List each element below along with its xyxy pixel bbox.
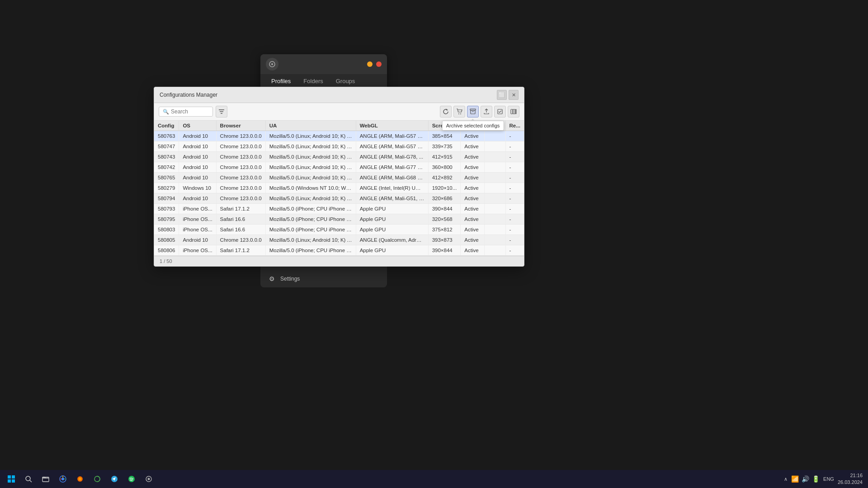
cell-re: - <box>505 245 524 256</box>
cell-config: 580794 <box>154 193 179 204</box>
table-row[interactable]: 580795iPhone OS...Safari 16.6Mozilla/5.0… <box>154 214 524 225</box>
firefox-icon <box>76 475 84 483</box>
upload-button[interactable] <box>481 106 492 117</box>
cell-ua: Mozilla/5.0 (iPhone; CPU iPhone OS 16_7_… <box>265 225 356 235</box>
cell-browser: Chrome 123.0.0.0 <box>216 141 265 152</box>
browser3-button[interactable] <box>90 471 105 487</box>
table-row[interactable]: 580803iPhone OS...Safari 16.6Mozilla/5.0… <box>154 225 524 235</box>
cart-button[interactable] <box>453 106 465 117</box>
table-row[interactable]: 580765Android 10Chrome 123.0.0.0Mozilla/… <box>154 173 524 183</box>
columns-button[interactable] <box>508 106 519 117</box>
firefox-button[interactable] <box>72 471 88 487</box>
window-controls <box>367 61 382 67</box>
table-row[interactable]: 580743Android 10Chrome 123.0.0.0Mozilla/… <box>154 152 524 162</box>
cell-os: iPhone OS... <box>179 214 216 225</box>
search-icon: 🔍 <box>163 109 169 115</box>
network-icon[interactable]: 📶 <box>791 475 799 483</box>
cell-os: iPhone OS... <box>179 225 216 235</box>
cell-webgl: Apple GPU <box>356 225 428 235</box>
window-controls: ⬜ ✕ <box>497 90 519 100</box>
cell-os: Android 10 <box>179 173 216 183</box>
col-status: Status <box>461 121 484 131</box>
cell-re: - <box>505 131 524 141</box>
cell-screen: 412×892 <box>428 173 461 183</box>
search-taskbar-icon <box>25 475 32 483</box>
time-display: 21:16 <box>838 472 863 479</box>
cell-status: Active <box>461 214 484 225</box>
cell-local <box>484 245 505 256</box>
close-btn[interactable] <box>376 61 382 67</box>
cell-webgl: ANGLE (Qualcomm, Adreno (T... <box>356 235 428 245</box>
search-taskbar-button[interactable] <box>21 471 36 487</box>
cell-webgl: ANGLE (ARM, Mali-G57 MC2, ... <box>356 141 428 152</box>
table-row[interactable]: 580279Windows 10Chrome 123.0.0.0Mozilla/… <box>154 183 524 193</box>
svg-rect-12 <box>513 109 515 114</box>
language-indicator[interactable]: ENG <box>823 476 834 482</box>
cell-local <box>484 225 505 235</box>
cell-webgl: ANGLE (Intel, Intel(R) UHD ... <box>356 183 428 193</box>
cell-webgl: ANGLE (ARM, Mali-G51, Open... <box>356 193 428 204</box>
select-all-icon <box>497 108 503 115</box>
svg-rect-10 <box>498 109 502 114</box>
cell-webgl: ANGLE (ARM, Mali-G68 MC4, ... <box>356 173 428 183</box>
svg-point-32 <box>148 478 150 480</box>
cell-status: Active <box>461 162 484 173</box>
svg-rect-16 <box>8 479 11 483</box>
cell-status: Active <box>461 141 484 152</box>
cell-re: - <box>505 193 524 204</box>
cell-webgl: Apple GPU <box>356 204 428 214</box>
cell-browser: Chrome 123.0.0.0 <box>216 162 265 173</box>
cell-local <box>484 152 505 162</box>
table-row[interactable]: 580794Android 10Chrome 123.0.0.0Mozilla/… <box>154 193 524 204</box>
cell-re: - <box>505 183 524 193</box>
file-explorer-button[interactable] <box>38 471 53 487</box>
taskbar: ∧ 📶 🔊 🔋 ENG 21:16 26.03.2024 <box>0 470 868 488</box>
windows-icon <box>7 475 15 483</box>
config-titlebar: Configurations Manager ⬜ ✕ <box>154 87 524 103</box>
checkbox-button[interactable] <box>494 106 506 117</box>
cell-os: iPhone OS... <box>179 245 216 256</box>
cell-status: Active <box>461 131 484 141</box>
cell-local <box>484 193 505 204</box>
cell-screen: 375×812 <box>428 225 461 235</box>
filter-button[interactable] <box>216 106 227 117</box>
table-row[interactable]: 580763Android 10Chrome 123.0.0.0Mozilla/… <box>154 131 524 141</box>
window-title: Configurations Manager <box>160 92 497 98</box>
cell-local <box>484 141 505 152</box>
refresh-button[interactable] <box>440 106 452 117</box>
search-container: 🔍 <box>159 107 213 117</box>
minimize-btn[interactable] <box>367 61 373 67</box>
table-row[interactable]: 580806iPhone OS...Safari 17.1.2Mozilla/5… <box>154 245 524 256</box>
taskbar-clock[interactable]: 21:16 26.03.2024 <box>838 472 863 486</box>
upload-icon <box>483 108 490 115</box>
app-icon-button[interactable] <box>141 471 156 487</box>
volume-icon[interactable]: 🔊 <box>802 475 809 483</box>
toolbar: 🔍 <box>154 103 524 121</box>
table-row[interactable]: 580742Android 10Chrome 123.0.0.0Mozilla/… <box>154 162 524 173</box>
close-window-btn[interactable]: ✕ <box>509 90 519 100</box>
table-row[interactable]: 580805Android 10Chrome 123.0.0.0Mozilla/… <box>154 235 524 245</box>
cell-screen: 320×686 <box>428 193 461 204</box>
start-button[interactable] <box>4 471 19 487</box>
cell-config: 580742 <box>154 162 179 173</box>
table-row[interactable]: 580793iPhone OS...Safari 17.1.2Mozilla/5… <box>154 204 524 214</box>
search-input[interactable] <box>171 108 209 115</box>
cell-browser: Chrome 123.0.0.0 <box>216 131 265 141</box>
table-container: Config OS Browser UA WebGL Screen Status… <box>154 121 524 256</box>
cell-re: - <box>505 162 524 173</box>
settings-item[interactable]: ⚙ Settings <box>260 270 387 287</box>
table-footer: 1 / 50 <box>154 256 524 266</box>
telegram-button[interactable] <box>107 471 122 487</box>
chrome-button[interactable] <box>55 471 71 487</box>
spotify-button[interactable] <box>124 471 139 487</box>
system-tray-chevron[interactable]: ∧ <box>784 476 788 482</box>
cell-config: 580795 <box>154 214 179 225</box>
battery-icon[interactable]: 🔋 <box>812 475 820 483</box>
archive-button[interactable]: Archive selected configs <box>467 106 479 117</box>
cell-config: 580743 <box>154 152 179 162</box>
table-row[interactable]: 580747Android 10Chrome 123.0.0.0Mozilla/… <box>154 141 524 152</box>
restore-btn[interactable]: ⬜ <box>497 90 507 100</box>
cell-os: Android 10 <box>179 162 216 173</box>
cell-browser: Chrome 123.0.0.0 <box>216 235 265 245</box>
cell-re: - <box>505 152 524 162</box>
